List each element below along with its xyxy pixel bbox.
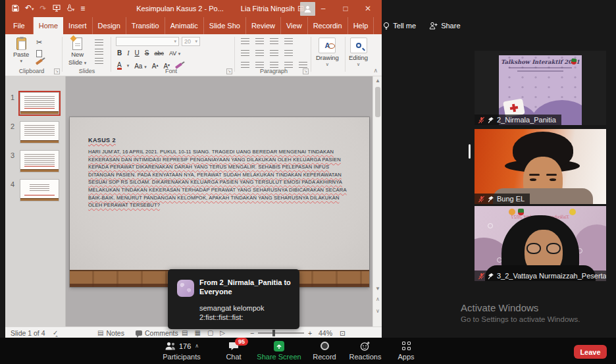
reading-view-icon[interactable]: ▢ xyxy=(207,329,213,336)
section-icon[interactable] xyxy=(95,58,103,64)
touch-mode-icon[interactable]: ▾ xyxy=(66,4,75,14)
zoom-in-button[interactable]: + xyxy=(308,329,312,337)
reset-slide-icon[interactable] xyxy=(95,49,103,55)
reactions-button[interactable]: Reactions xyxy=(344,340,387,361)
ribbon-display-options-icon[interactable]: ⊞ xyxy=(290,4,312,13)
chat-notification-popup[interactable]: From 2_Nirmala_Panitia to Everyone seman… xyxy=(168,269,299,329)
slide-title[interactable]: KASUS 2 xyxy=(88,137,116,143)
editing-button[interactable]: Editing ∨ xyxy=(349,38,368,67)
align-left-icon[interactable] xyxy=(241,62,249,68)
tab-review[interactable]: Review xyxy=(246,17,281,34)
slide-4-thumbnail[interactable] xyxy=(20,179,59,201)
comments-button[interactable]: Comments xyxy=(136,329,178,337)
numbering-icon[interactable] xyxy=(255,38,264,44)
zoom-out-button[interactable]: − xyxy=(250,329,254,337)
slide-thumbnail-row-3[interactable]: 3 xyxy=(5,150,66,172)
paste-button[interactable]: Paste ▾ xyxy=(13,38,29,64)
smartart-convert-icon[interactable] xyxy=(299,62,307,68)
leave-meeting-button[interactable]: Leave xyxy=(574,345,607,359)
new-slide-button[interactable]: New Slide ▾ xyxy=(68,38,86,66)
spellcheck-icon[interactable]: ✓̭ xyxy=(53,329,58,336)
maximize-icon[interactable]: □ xyxy=(334,4,357,13)
slideshow-view-icon[interactable]: ▷ xyxy=(220,329,225,336)
tab-design[interactable]: Design xyxy=(93,17,126,34)
next-slide-icon[interactable]: ∨ xyxy=(373,308,382,315)
slide-2-thumbnail[interactable] xyxy=(20,121,59,143)
previous-slide-icon[interactable]: ∧ xyxy=(373,296,382,303)
align-text-icon[interactable] xyxy=(284,50,293,56)
tab-insert[interactable]: Insert xyxy=(63,17,93,34)
justify-icon[interactable] xyxy=(284,62,293,68)
font-dialog-launcher[interactable]: ↘ xyxy=(226,68,232,74)
tab-home[interactable]: Home xyxy=(34,17,63,34)
align-center-icon[interactable] xyxy=(255,62,264,68)
zoom-level[interactable]: 44% xyxy=(319,329,332,337)
format-painter-icon[interactable] xyxy=(36,59,43,65)
slide-layout-icon[interactable] xyxy=(95,39,103,45)
cut-icon[interactable]: ✂ xyxy=(36,38,42,47)
undo-icon[interactable]: ↶▾ xyxy=(25,4,34,13)
slide-thumbnail-row-4[interactable]: 4 xyxy=(5,179,66,201)
tell-me-button[interactable]: Tell me xyxy=(376,17,423,34)
paragraph-dialog-launcher[interactable]: ↘ xyxy=(303,68,309,74)
text-direction-icon[interactable] xyxy=(270,50,278,56)
tab-file[interactable]: File xyxy=(5,17,34,34)
decrease-indent-icon[interactable] xyxy=(241,50,249,56)
strikethrough-button[interactable]: S xyxy=(145,49,149,57)
save-icon[interactable] xyxy=(12,5,19,13)
slide-1-thumbnail[interactable] xyxy=(20,92,59,115)
slide-thumbnail-row-1[interactable]: 1 xyxy=(5,92,66,115)
fit-to-window-icon[interactable]: ⊡ xyxy=(340,329,346,337)
slide-3-thumbnail[interactable] xyxy=(20,150,59,172)
minimize-icon[interactable]: – xyxy=(312,4,334,13)
font-size-combo[interactable]: 20▾ xyxy=(182,37,200,46)
text-shadow-button[interactable]: abc xyxy=(154,50,164,57)
normal-view-icon[interactable]: ▤ xyxy=(182,329,188,336)
chat-button[interactable]: 95 Chat xyxy=(216,340,251,361)
record-button[interactable]: Record xyxy=(306,340,343,361)
font-name-combo[interactable]: ▾ xyxy=(116,37,179,46)
font-color-button[interactable]: A xyxy=(117,62,122,70)
bullets-icon[interactable] xyxy=(241,38,249,44)
slide-thumbnail-row-2[interactable]: 2 xyxy=(5,121,66,143)
video-tile-nirmala[interactable]: Talkshow Interaktif 2021 2_Nirmala_Panit… xyxy=(475,51,606,125)
character-spacing-button[interactable]: AV ▾ xyxy=(169,50,180,57)
tab-transitions[interactable]: Transitio xyxy=(126,17,165,34)
video-tile-bung-el[interactable]: Bung EL xyxy=(475,129,606,204)
change-case-button[interactable]: Aa ▾ xyxy=(134,63,147,70)
participants-button[interactable]: 176 ∧ Participants xyxy=(157,340,207,361)
notes-button[interactable]: ▤Notes xyxy=(97,329,124,337)
clipboard-dialog-launcher[interactable]: ↘ xyxy=(54,68,60,74)
zoom-slider[interactable] xyxy=(258,332,304,334)
scroll-down-icon[interactable]: ▼ xyxy=(373,286,382,292)
scrollbar-thumb[interactable] xyxy=(375,87,380,117)
increase-indent-icon[interactable] xyxy=(255,50,264,56)
account-name[interactable]: Lia Fitria Ningsih xyxy=(241,5,295,13)
line-spacing-icon[interactable] xyxy=(270,38,278,44)
slide-body-text[interactable]: HARI JUM'AT, 16 APRIL 2021. PUKUL 10-11 … xyxy=(88,148,347,209)
slide[interactable]: KASUS 2 HARI JUM'AT, 16 APRIL 2021. PUKU… xyxy=(70,117,369,287)
vertical-scrollbar[interactable]: ▲ ▼ ∧ ∨ xyxy=(372,76,382,326)
bold-button[interactable]: B xyxy=(117,49,122,57)
drawing-button[interactable]: A Drawing ∨ xyxy=(316,38,339,67)
align-right-icon[interactable] xyxy=(270,62,278,68)
tab-animations[interactable]: Animatic xyxy=(165,17,204,34)
scroll-up-icon[interactable]: ▲ xyxy=(373,78,382,84)
start-slideshow-icon[interactable] xyxy=(53,5,61,13)
customize-qat-icon[interactable]: ≡ xyxy=(80,5,85,13)
columns-icon[interactable] xyxy=(284,38,293,44)
tab-help[interactable]: Help xyxy=(348,17,374,34)
slide-sorter-view-icon[interactable]: ▦ xyxy=(194,329,200,336)
tab-slideshow[interactable]: Slide Sho xyxy=(204,17,246,34)
tab-recording[interactable]: Recordin xyxy=(308,17,348,34)
copy-icon[interactable] xyxy=(36,50,42,57)
italic-button[interactable]: I xyxy=(127,49,129,57)
video-tile-vattaya[interactable]: Talkshow Interaktif 2021 3_2_Vattaya Nur… xyxy=(475,206,606,281)
collapse-ribbon-icon[interactable]: ∧ xyxy=(373,67,378,74)
zoom-slider-knob[interactable] xyxy=(272,330,275,336)
share-screen-button[interactable]: Share Screen xyxy=(251,340,307,361)
apps-button[interactable]: Apps xyxy=(390,340,422,361)
underline-button[interactable]: U xyxy=(135,49,140,57)
chevron-up-icon[interactable]: ∧ xyxy=(195,343,199,349)
share-button[interactable]: Share xyxy=(423,17,467,34)
